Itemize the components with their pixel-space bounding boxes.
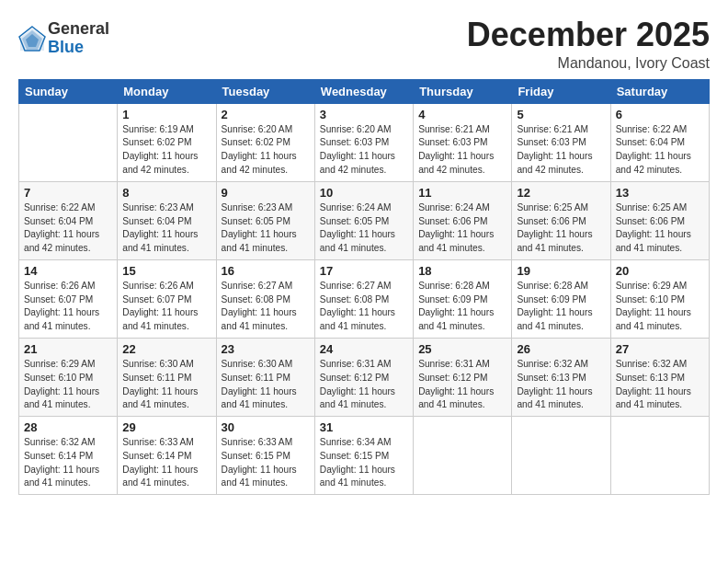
calendar-header-row: Sunday Monday Tuesday Wednesday Thursday… — [19, 79, 710, 103]
day-number: 27 — [616, 342, 704, 356]
table-row: 3Sunrise: 6:20 AMSunset: 6:03 PMDaylight… — [314, 103, 413, 181]
day-info: Sunrise: 6:30 AMSunset: 6:11 PMDaylight:… — [222, 358, 310, 412]
table-row: 23Sunrise: 6:30 AMSunset: 6:11 PMDayligh… — [216, 338, 314, 416]
day-info: Sunrise: 6:20 AMSunset: 6:03 PMDaylight:… — [320, 123, 408, 178]
day-number: 15 — [122, 264, 210, 278]
table-row: 5Sunrise: 6:21 AMSunset: 6:03 PMDaylight… — [512, 103, 610, 181]
day-info: Sunrise: 6:25 AMSunset: 6:06 PMDaylight:… — [517, 201, 605, 256]
day-info: Sunrise: 6:29 AMSunset: 6:10 PMDaylight:… — [616, 280, 704, 334]
table-row: 9Sunrise: 6:23 AMSunset: 6:05 PMDaylight… — [216, 181, 314, 259]
day-number: 11 — [418, 186, 506, 200]
day-number: 19 — [517, 264, 605, 278]
col-saturday: Saturday — [610, 79, 709, 103]
day-number: 13 — [616, 186, 704, 200]
table-row — [610, 417, 709, 495]
day-info: Sunrise: 6:27 AMSunset: 6:08 PMDaylight:… — [222, 280, 310, 334]
table-row: 26Sunrise: 6:32 AMSunset: 6:13 PMDayligh… — [512, 338, 610, 416]
day-info: Sunrise: 6:28 AMSunset: 6:09 PMDaylight:… — [418, 280, 506, 334]
calendar-week-row: 21Sunrise: 6:29 AMSunset: 6:10 PMDayligh… — [19, 338, 710, 416]
day-number: 17 — [320, 264, 408, 278]
day-number: 31 — [320, 420, 408, 434]
table-row: 13Sunrise: 6:25 AMSunset: 6:06 PMDayligh… — [610, 181, 709, 259]
day-info: Sunrise: 6:34 AMSunset: 6:15 PMDaylight:… — [320, 436, 408, 490]
table-row — [19, 103, 118, 181]
col-wednesday: Wednesday — [314, 79, 413, 103]
day-info: Sunrise: 6:32 AMSunset: 6:14 PMDaylight:… — [24, 436, 112, 490]
header: General Blue December 2025 Mandanou, Ivo… — [18, 17, 710, 72]
day-number: 25 — [418, 342, 506, 356]
calendar-week-row: 1Sunrise: 6:19 AMSunset: 6:02 PMDaylight… — [19, 103, 710, 181]
table-row: 2Sunrise: 6:20 AMSunset: 6:02 PMDaylight… — [216, 103, 314, 181]
table-row: 30Sunrise: 6:33 AMSunset: 6:15 PMDayligh… — [216, 417, 314, 495]
day-info: Sunrise: 6:32 AMSunset: 6:13 PMDaylight:… — [517, 358, 605, 412]
day-number: 12 — [517, 186, 605, 200]
page: General Blue December 2025 Mandanou, Ivo… — [0, 0, 728, 563]
day-info: Sunrise: 6:23 AMSunset: 6:05 PMDaylight:… — [222, 201, 310, 256]
day-number: 7 — [24, 186, 112, 200]
day-info: Sunrise: 6:19 AMSunset: 6:02 PMDaylight:… — [122, 123, 210, 178]
logo: General Blue — [18, 20, 109, 57]
table-row: 18Sunrise: 6:28 AMSunset: 6:09 PMDayligh… — [414, 259, 512, 338]
table-row: 25Sunrise: 6:31 AMSunset: 6:12 PMDayligh… — [414, 338, 512, 416]
col-thursday: Thursday — [414, 79, 512, 103]
day-info: Sunrise: 6:28 AMSunset: 6:09 PMDaylight:… — [517, 280, 605, 334]
table-row — [414, 417, 512, 495]
day-info: Sunrise: 6:20 AMSunset: 6:02 PMDaylight:… — [222, 123, 310, 178]
day-number: 23 — [222, 342, 310, 356]
day-info: Sunrise: 6:31 AMSunset: 6:12 PMDaylight:… — [320, 358, 408, 412]
day-info: Sunrise: 6:31 AMSunset: 6:12 PMDaylight:… — [418, 358, 506, 412]
day-info: Sunrise: 6:27 AMSunset: 6:08 PMDaylight:… — [320, 280, 408, 334]
col-sunday: Sunday — [19, 79, 118, 103]
day-number: 30 — [222, 420, 310, 434]
day-number: 14 — [24, 264, 112, 278]
day-number: 10 — [320, 186, 408, 200]
day-info: Sunrise: 6:21 AMSunset: 6:03 PMDaylight:… — [418, 123, 506, 178]
table-row: 11Sunrise: 6:24 AMSunset: 6:06 PMDayligh… — [414, 181, 512, 259]
table-row: 24Sunrise: 6:31 AMSunset: 6:12 PMDayligh… — [314, 338, 413, 416]
day-info: Sunrise: 6:33 AMSunset: 6:14 PMDaylight:… — [122, 436, 210, 490]
day-info: Sunrise: 6:23 AMSunset: 6:04 PMDaylight:… — [122, 201, 210, 256]
logo-general-text: General — [48, 20, 109, 39]
month-title: December 2025 — [467, 17, 710, 53]
table-row: 12Sunrise: 6:25 AMSunset: 6:06 PMDayligh… — [512, 181, 610, 259]
day-number: 3 — [320, 108, 408, 121]
table-row: 7Sunrise: 6:22 AMSunset: 6:04 PMDaylight… — [19, 181, 118, 259]
table-row: 20Sunrise: 6:29 AMSunset: 6:10 PMDayligh… — [610, 259, 709, 338]
day-number: 28 — [24, 420, 112, 434]
day-info: Sunrise: 6:33 AMSunset: 6:15 PMDaylight:… — [222, 436, 310, 490]
day-number: 2 — [222, 108, 310, 121]
location-subtitle: Mandanou, Ivory Coast — [467, 55, 710, 72]
table-row: 1Sunrise: 6:19 AMSunset: 6:02 PMDaylight… — [118, 103, 216, 181]
day-info: Sunrise: 6:29 AMSunset: 6:10 PMDaylight:… — [24, 358, 112, 412]
table-row: 21Sunrise: 6:29 AMSunset: 6:10 PMDayligh… — [19, 338, 118, 416]
day-number: 9 — [222, 186, 310, 200]
day-number: 18 — [418, 264, 506, 278]
day-info: Sunrise: 6:22 AMSunset: 6:04 PMDaylight:… — [24, 201, 112, 256]
table-row: 22Sunrise: 6:30 AMSunset: 6:11 PMDayligh… — [118, 338, 216, 416]
table-row — [512, 417, 610, 495]
day-number: 8 — [122, 186, 210, 200]
table-row: 29Sunrise: 6:33 AMSunset: 6:14 PMDayligh… — [118, 417, 216, 495]
title-block: December 2025 Mandanou, Ivory Coast — [467, 17, 710, 72]
col-monday: Monday — [118, 79, 216, 103]
day-info: Sunrise: 6:21 AMSunset: 6:03 PMDaylight:… — [517, 123, 605, 178]
table-row: 4Sunrise: 6:21 AMSunset: 6:03 PMDaylight… — [414, 103, 512, 181]
table-row: 15Sunrise: 6:26 AMSunset: 6:07 PMDayligh… — [118, 259, 216, 338]
table-row: 10Sunrise: 6:24 AMSunset: 6:05 PMDayligh… — [314, 181, 413, 259]
calendar-week-row: 28Sunrise: 6:32 AMSunset: 6:14 PMDayligh… — [19, 417, 710, 495]
table-row: 31Sunrise: 6:34 AMSunset: 6:15 PMDayligh… — [314, 417, 413, 495]
logo-blue-text: Blue — [48, 39, 109, 57]
calendar-week-row: 14Sunrise: 6:26 AMSunset: 6:07 PMDayligh… — [19, 259, 710, 338]
day-info: Sunrise: 6:30 AMSunset: 6:11 PMDaylight:… — [122, 358, 210, 412]
table-row: 14Sunrise: 6:26 AMSunset: 6:07 PMDayligh… — [19, 259, 118, 338]
day-number: 6 — [616, 108, 704, 121]
day-number: 16 — [222, 264, 310, 278]
day-number: 1 — [122, 108, 210, 121]
col-friday: Friday — [512, 79, 610, 103]
table-row: 8Sunrise: 6:23 AMSunset: 6:04 PMDaylight… — [118, 181, 216, 259]
table-row: 6Sunrise: 6:22 AMSunset: 6:04 PMDaylight… — [610, 103, 709, 181]
day-number: 24 — [320, 342, 408, 356]
logo-text: General Blue — [48, 20, 109, 57]
calendar-week-row: 7Sunrise: 6:22 AMSunset: 6:04 PMDaylight… — [19, 181, 710, 259]
day-info: Sunrise: 6:26 AMSunset: 6:07 PMDaylight:… — [122, 280, 210, 334]
